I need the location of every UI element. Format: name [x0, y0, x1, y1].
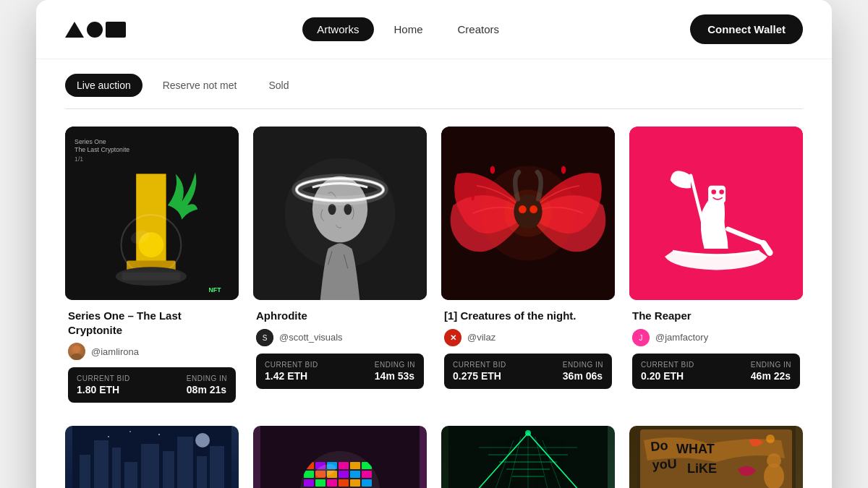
artwork-image-1: Series One The Last Cryptonite 1/1 NFT — [65, 127, 239, 300]
svg-rect-67 — [304, 471, 314, 478]
artwork-image-4 — [629, 127, 803, 300]
card-4-creator: J @jamfactory — [632, 329, 800, 346]
logo — [65, 22, 126, 38]
bottom-grid: Do WHAT yoU LiKE — [36, 426, 832, 488]
svg-rect-36 — [708, 186, 726, 203]
card-1-info: Series One – The Last Cryptonite @iamlir… — [65, 300, 239, 408]
svg-rect-73 — [304, 479, 314, 487]
card-4-title: The Reaper — [632, 309, 800, 323]
card-3-creator-name: @vilaz — [467, 332, 495, 343]
card-4-ending-label: Ending in — [751, 361, 791, 369]
filters: Live auction Reserve not met Sold — [36, 59, 832, 108]
nav-artworks[interactable]: Artworks — [302, 17, 373, 41]
svg-text:J: J — [639, 334, 643, 342]
artwork-image-2 — [253, 127, 427, 300]
card-2-ending-group: Ending in 14m 53s — [375, 361, 415, 382]
card-4-avatar: J — [632, 329, 650, 346]
card-2-creator-name: @scott_visuals — [279, 332, 343, 343]
main-nav: Artworks Home Creators — [302, 17, 514, 41]
card-3-bid-label: Current bid — [453, 361, 506, 369]
logo-rect-icon — [106, 22, 126, 38]
logo-circle-icon — [87, 22, 103, 38]
nav-creators[interactable]: Creators — [443, 17, 514, 41]
card-4-creator-name: @jamfactory — [655, 332, 708, 343]
logo-triangle-icon — [65, 22, 84, 38]
card-3[interactable]: [1] Creatures of the night. ✕ @vilaz Cur… — [441, 127, 615, 408]
svg-rect-50 — [163, 451, 174, 488]
card-1[interactable]: Series One The Last Cryptonite 1/1 NFT S… — [65, 127, 239, 408]
nav-home[interactable]: Home — [380, 17, 438, 41]
artworks-grid: Series One The Last Cryptonite 1/1 NFT S… — [36, 109, 832, 426]
svg-rect-48 — [124, 462, 137, 488]
card-3-bid-group: Current bid 0.275 ETH — [453, 361, 506, 382]
card-1-bid-value: 1.80 ETH — [77, 384, 130, 395]
svg-rect-53 — [210, 446, 224, 488]
card-4-info: The Reaper J @jamfactory Current bid 0.2… — [629, 300, 803, 395]
bottom-card-2[interactable] — [253, 426, 427, 488]
svg-text:NFT: NFT — [209, 286, 222, 294]
svg-text:The Last Cryptonite: The Last Cryptonite — [75, 146, 129, 153]
card-2-ending-value: 14m 53s — [375, 370, 415, 382]
card-4[interactable]: The Reaper J @jamfactory Current bid 0.2… — [629, 127, 803, 408]
card-2-title: Aphrodite — [256, 309, 424, 323]
svg-rect-72 — [362, 471, 372, 478]
svg-point-25 — [490, 166, 495, 174]
svg-rect-49 — [141, 444, 159, 488]
browser-frame: Artworks Home Creators Connect Wallet Li… — [36, 0, 832, 488]
svg-point-37 — [711, 189, 716, 194]
svg-point-92 — [525, 430, 531, 436]
svg-text:Do: Do — [650, 438, 669, 454]
svg-rect-47 — [112, 448, 121, 488]
svg-rect-64 — [339, 462, 349, 469]
card-2-bid-value: 1.42 ETH — [265, 370, 318, 382]
card-1-ending-value: 08m 21s — [187, 384, 227, 395]
filter-live-auction[interactable]: Live auction — [65, 74, 142, 97]
svg-rect-74 — [315, 479, 326, 487]
card-2[interactable]: Aphrodite S @scott_visuals Current bid 1… — [253, 127, 427, 408]
svg-point-12 — [73, 346, 80, 353]
card-2-avatar: S — [256, 329, 273, 346]
card-1-bid-label: Current bid — [77, 374, 130, 382]
filter-reserve-not-met[interactable]: Reserve not met — [151, 74, 249, 97]
card-2-bid: Current bid 1.42 ETH Ending in 14m 53s — [256, 354, 424, 389]
card-3-ending-group: Ending in 36m 06s — [563, 361, 603, 382]
card-3-bid-value: 0.275 ETH — [453, 370, 506, 382]
card-1-title: Series One – The Last Cryptonite — [68, 309, 236, 337]
svg-text:WHAT: WHAT — [676, 442, 715, 456]
card-1-creator-name: @iamlirona — [91, 346, 139, 357]
svg-point-32 — [504, 189, 551, 236]
header: Artworks Home Creators Connect Wallet — [36, 0, 832, 59]
card-4-bid-value: 0.20 ETH — [641, 370, 694, 382]
svg-rect-7 — [122, 273, 181, 281]
svg-point-54 — [195, 433, 210, 448]
card-2-bid-label: Current bid — [265, 361, 318, 369]
bottom-card-1[interactable] — [65, 426, 239, 488]
card-3-info: [1] Creatures of the night. ✕ @vilaz Cur… — [441, 300, 615, 395]
filter-sold[interactable]: Sold — [257, 74, 300, 97]
card-1-ending-group: Ending in 08m 21s — [187, 374, 227, 395]
svg-point-56 — [129, 431, 131, 432]
svg-point-13 — [71, 354, 82, 360]
svg-point-101 — [767, 453, 781, 468]
card-3-avatar: ✕ — [444, 329, 461, 346]
card-3-ending-label: Ending in — [563, 361, 603, 369]
connect-wallet-button[interactable]: Connect Wallet — [690, 14, 803, 44]
svg-text:yoU: yoU — [652, 456, 677, 472]
card-1-bid: Current bid 1.80 ETH Ending in 08m 21s — [68, 367, 236, 403]
svg-point-27 — [471, 194, 474, 201]
card-4-bid-label: Current bid — [641, 361, 694, 369]
svg-text:Series One: Series One — [75, 138, 106, 145]
card-3-ending-value: 36m 06s — [563, 370, 603, 382]
svg-rect-51 — [177, 437, 193, 488]
bottom-card-4[interactable]: Do WHAT yoU LiKE — [629, 426, 803, 488]
card-3-title: [1] Creatures of the night. — [444, 309, 612, 323]
svg-point-57 — [158, 434, 160, 435]
svg-rect-45 — [80, 455, 90, 488]
svg-point-26 — [561, 166, 566, 174]
svg-rect-70 — [339, 471, 349, 478]
bottom-card-3[interactable] — [441, 426, 615, 488]
svg-rect-76 — [339, 479, 349, 487]
svg-rect-46 — [94, 440, 109, 488]
card-4-bid-group: Current bid 0.20 ETH — [641, 361, 694, 382]
svg-point-17 — [328, 204, 336, 215]
